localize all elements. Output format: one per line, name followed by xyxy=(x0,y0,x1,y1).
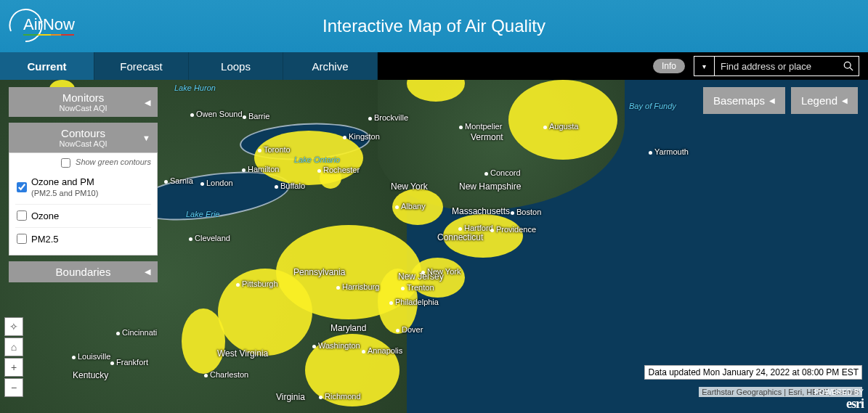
chevron-left-icon: ◀ xyxy=(769,97,775,105)
city-label: New York xyxy=(421,267,461,276)
city-label: Owen Sound xyxy=(190,110,243,118)
green-contours-label: Show green contours xyxy=(76,158,151,166)
powered-by-text: POWERED BY xyxy=(814,388,864,396)
city-label: Hamilton xyxy=(242,165,279,173)
svg-rect-2 xyxy=(38,34,51,36)
panel-contours: Contours NowCast AQI ▼ Show green contou… xyxy=(9,123,158,255)
city-label: Washington xyxy=(312,341,360,350)
home-button[interactable]: ⌂ xyxy=(4,338,23,356)
contour-checkbox-pm25[interactable] xyxy=(17,234,27,244)
contour-option-ozone[interactable]: Ozone xyxy=(15,205,151,228)
water-label: Lake Erie xyxy=(186,210,219,218)
svg-rect-3 xyxy=(51,34,61,36)
svg-line-6 xyxy=(850,68,853,70)
city-label: Rochester xyxy=(317,165,360,174)
city-label: Annapolis xyxy=(362,346,402,355)
city-label: Frankfort xyxy=(110,358,148,367)
chevron-down-icon: ▾ xyxy=(702,62,706,70)
water-label: Lake Huron xyxy=(174,83,216,92)
city-label: Buffalo xyxy=(275,181,305,190)
water-label: Bay of Fundy xyxy=(629,102,676,110)
contour-option-pm25[interactable]: PM2.5 xyxy=(15,228,151,250)
panel-monitors-title: Monitors xyxy=(12,91,155,104)
search-icon xyxy=(843,61,853,71)
city-label: Cincinnati xyxy=(116,328,157,337)
contour-option-ozone-pm[interactable]: Ozone and PM (PM2.5 and PM10) xyxy=(15,171,151,205)
aqi-contour xyxy=(182,308,225,374)
city-label: Dover xyxy=(396,325,423,334)
panel-contours-body: Show green contours Ozone and PM (PM2.5 … xyxy=(9,152,158,255)
data-updated-text: Data updated Mon January 24, 2022 at 08:… xyxy=(644,365,862,380)
city-label: Barrie xyxy=(243,112,269,120)
chevron-left-icon: ◀ xyxy=(145,97,150,107)
nav-bar: Current Forecast Loops Archive Info ▾ xyxy=(0,52,868,80)
city-label: Hartford xyxy=(458,224,493,232)
city-label: Augusta xyxy=(543,122,578,131)
city-label: Concord xyxy=(484,168,521,177)
basemaps-label: Basemaps xyxy=(713,94,765,107)
state-label: Connecticut xyxy=(437,232,483,242)
svg-text:AirNow: AirNow xyxy=(23,15,75,33)
city-label: Trenton xyxy=(401,283,434,292)
layer-panels: Monitors NowCast AQI ◀ Contours NowCast … xyxy=(9,87,158,282)
city-label: Providence xyxy=(490,225,536,234)
city-label: Albany xyxy=(395,202,426,210)
contour-label: Ozone and PM xyxy=(31,176,94,187)
city-label: Brockville xyxy=(368,113,408,122)
city-label: Boston xyxy=(511,208,541,216)
compass-icon: ✧ xyxy=(9,321,18,332)
panel-contours-title: Contours xyxy=(12,127,155,139)
contour-sublabel: (PM2.5 and PM10) xyxy=(31,189,98,197)
water-label: Lake Ontario xyxy=(294,155,340,164)
contour-checkbox-ozone[interactable] xyxy=(17,210,27,221)
city-label: Toronto xyxy=(258,145,291,154)
svg-point-5 xyxy=(844,62,851,68)
chevron-left-icon: ◀ xyxy=(145,267,150,277)
compass-button[interactable]: ✧ xyxy=(4,317,23,336)
search-input[interactable] xyxy=(715,57,838,75)
aqi-contour xyxy=(508,80,617,160)
panel-boundaries-header[interactable]: Boundaries ◀ xyxy=(9,261,158,282)
city-label: Cleveland xyxy=(189,234,230,242)
airnow-logo[interactable]: AirNow xyxy=(7,8,94,44)
panel-contours-header[interactable]: Contours NowCast AQI ▼ xyxy=(9,123,158,152)
city-label: Montpelier xyxy=(459,122,502,131)
city-label: Pittsburgh xyxy=(236,279,278,288)
zoom-out-button[interactable]: − xyxy=(4,378,23,397)
esri-wordmark: esri xyxy=(846,396,864,411)
legend-button[interactable]: Legend ◀ xyxy=(791,87,858,114)
page-title: Interactive Map of Air Quality xyxy=(323,16,545,36)
city-label: Yarmouth xyxy=(649,147,689,156)
search-dropdown[interactable]: ▾ xyxy=(694,57,715,75)
panel-monitors-subtitle: NowCast AQI xyxy=(12,104,155,113)
search-box: ▾ xyxy=(694,56,859,76)
zoom-in-button[interactable]: + xyxy=(4,358,23,377)
city-label: Harrisburg xyxy=(336,282,379,291)
state-label: West Virginia xyxy=(217,348,268,359)
contour-label: PM2.5 xyxy=(31,234,59,245)
city-label: London xyxy=(200,179,233,187)
contour-checkbox-ozone-pm[interactable] xyxy=(17,182,27,192)
city-label: Louisville xyxy=(72,352,110,361)
home-icon: ⌂ xyxy=(11,341,17,353)
basemaps-button[interactable]: Basemaps ◀ xyxy=(703,87,785,114)
search-button[interactable] xyxy=(838,57,859,75)
state-label: Virginia xyxy=(276,392,305,402)
city-label: Sarnia xyxy=(164,176,193,185)
green-contours-toggle[interactable]: Show green contours xyxy=(15,158,151,171)
tab-current[interactable]: Current xyxy=(0,52,94,80)
tab-archive[interactable]: Archive xyxy=(283,52,378,80)
state-label: Massachusetts xyxy=(452,206,510,216)
map-canvas[interactable]: Lake HuronLake OntarioLake ErieBay of Fu… xyxy=(0,80,868,413)
tab-forecast[interactable]: Forecast xyxy=(94,52,189,80)
state-label: Maryland xyxy=(330,323,366,333)
app-banner: AirNow Interactive Map of Air Quality xyxy=(0,0,868,52)
state-label: Kentucky xyxy=(73,370,108,380)
green-contours-checkbox[interactable] xyxy=(61,158,70,168)
tab-loops[interactable]: Loops xyxy=(189,52,283,80)
state-label: Vermont xyxy=(471,132,503,142)
city-label: Richmond xyxy=(319,392,361,401)
info-button[interactable]: Info xyxy=(653,59,685,73)
panel-monitors-header[interactable]: Monitors NowCast AQI ◀ xyxy=(9,87,158,117)
map-toggle-buttons: Basemaps ◀ Legend ◀ xyxy=(703,87,858,114)
